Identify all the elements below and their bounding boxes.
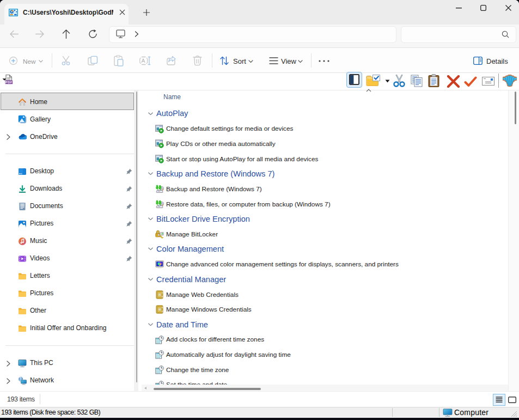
svg-text:PDF: PDF	[5, 81, 13, 84]
